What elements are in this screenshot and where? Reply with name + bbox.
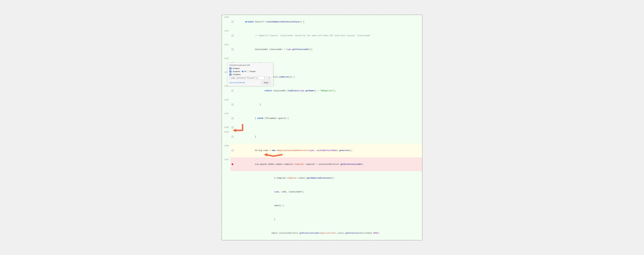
popup-suspend-row: Suspend: All Thread	[230, 70, 271, 73]
gutter-1250	[230, 15, 234, 29]
gutter-icon-1251	[231, 35, 234, 37]
gutter-1251	[230, 29, 234, 43]
code-line-1250: 1250 private Class<?> createAdaptiveExte…	[222, 15, 422, 29]
line-number-cont2	[222, 185, 230, 199]
gutter-1259	[230, 130, 234, 144]
gutter-icon-1258	[231, 126, 234, 129]
code-line-extra2: {	[222, 212, 422, 226]
line-content-1258	[234, 125, 422, 130]
gutter-extra1	[230, 199, 234, 212]
popup-footer: More (Ctrl+Shift+F8) Done	[230, 81, 271, 84]
dropdown-button[interactable]: ▼	[268, 77, 271, 80]
line-content-1261: org.apache.dubbo.common.compiler.Compile…	[234, 157, 422, 171]
enabled-checkbox[interactable]	[230, 68, 232, 70]
gutter-icon-1260	[231, 149, 234, 152]
radio-thread[interactable]: Thread	[247, 70, 255, 73]
enabled-label: Enabled	[232, 67, 240, 70]
suspend-label: Suspend:	[232, 70, 240, 73]
radio-all[interactable]: All	[242, 70, 246, 73]
line-content-extra1: nment) {	[234, 199, 422, 212]
gutter-icon-1252	[231, 48, 234, 51]
line-content-1252: ClassLoader classLoader = type.getClassL…	[234, 43, 422, 56]
code-line-cont1: n.compiler.Compiler.class).getAdaptiveEx…	[222, 171, 422, 185]
gutter-1257	[230, 111, 234, 125]
code-line-1257: 1257 } catch (Throwable ignore) {	[222, 111, 422, 125]
done-button[interactable]: Done	[261, 81, 271, 84]
line-number-1261: 1261	[222, 157, 230, 171]
code-line-extra3: nment) extensionDirector.getExtensionLoa…	[222, 226, 422, 240]
line-content-1259: }	[234, 130, 422, 144]
editor-container: 1250 private Class<?> createAdaptiveExte…	[222, 15, 422, 240]
radio-thread-input[interactable]	[247, 71, 249, 72]
breakpoint-popup: ExtensionLoader.java:1261 Enabled Suspen…	[227, 63, 273, 86]
code-line-1261: 1261 org.apache.dubbo.common.compiler.Co…	[222, 157, 422, 171]
gutter-1252	[230, 43, 234, 56]
gutter-icon-1259	[231, 136, 234, 138]
radio-thread-label: Thread	[250, 70, 255, 73]
gutter-extra2	[230, 212, 234, 226]
line-number-extra3	[222, 226, 230, 240]
code-line-1258: 1258	[222, 125, 422, 130]
gutter-extra3	[230, 226, 234, 240]
line-number-1250: 1250	[222, 15, 230, 29]
line-number-extra1	[222, 199, 230, 212]
line-number-1260: 1260	[222, 144, 230, 157]
gutter-1261[interactable]	[230, 157, 234, 171]
gutter-icon-1257	[231, 117, 234, 119]
gutter-icon-1256	[231, 103, 234, 106]
line-content-extra3: nment) extensionDirector.getExtensionLoa…	[234, 226, 422, 240]
expand-button[interactable]: ⤡	[265, 77, 268, 80]
suspend-checkbox[interactable]	[230, 71, 232, 73]
code-line-1260: 1260 String code = new AdaptiveClassCode…	[222, 144, 422, 157]
line-number-1252: 1252	[222, 43, 230, 56]
radio-all-label: All	[244, 70, 246, 73]
line-number-1258: 1258	[222, 125, 230, 130]
line-number-cont1	[222, 171, 230, 185]
gutter-1260	[230, 144, 234, 157]
line-content-1260: String code = new AdaptiveClassCodeGener…	[234, 144, 422, 157]
line-content-cont1: n.compiler.Compiler.class).getAdaptiveEx…	[234, 171, 422, 185]
line-number-1259: 1259	[222, 130, 230, 144]
line-content-1251: // Adaptive Classes' ClassLoader should …	[234, 29, 422, 43]
code-line-1251: 1251 // Adaptive Classes' ClassLoader sh…	[222, 29, 422, 43]
popup-input-row: ⤡ ▼	[230, 76, 271, 80]
radio-group: All Thread	[242, 70, 256, 73]
line-number-extra2	[222, 212, 230, 226]
gutter-1258	[230, 125, 234, 130]
code-editor: 1250 private Class<?> createAdaptiveExte…	[222, 15, 422, 240]
gutter-icon-1250	[231, 21, 234, 23]
code-line-1259: 1259 }	[222, 130, 422, 144]
code-line-1256: 1256 }	[222, 98, 422, 111]
radio-all-input[interactable]	[242, 71, 244, 72]
condition-label: Condition:	[232, 73, 241, 76]
code-line-extra1: nment) {	[222, 199, 422, 212]
gutter-cont2	[230, 185, 234, 199]
breakpoint-indicator[interactable]	[232, 163, 233, 165]
code-line-1252: 1252 ClassLoader classLoader = type.getC…	[222, 43, 422, 56]
popup-title: ExtensionLoader.java:1261	[230, 64, 271, 66]
popup-enabled-row: Enabled	[230, 67, 271, 70]
more-link[interactable]: More (Ctrl+Shift+F8)	[230, 82, 245, 84]
gutter-cont1	[230, 171, 234, 185]
line-number-1257: 1257	[222, 111, 230, 125]
gutter-icon-1255	[231, 90, 234, 92]
line-content-cont2: type, code, classLoader);	[234, 185, 422, 199]
line-content-1250: private Class<?> createAdaptiveExtension…	[234, 15, 422, 29]
line-content-1256: }	[234, 98, 422, 111]
line-number-1251: 1251	[222, 29, 230, 43]
condition-checkbox[interactable]	[230, 74, 232, 76]
line-content-extra2: {	[234, 212, 422, 226]
code-line-cont2: type, code, classLoader);	[222, 185, 422, 199]
condition-input[interactable]	[230, 76, 264, 80]
gutter-1256	[230, 98, 234, 111]
line-number-1256: 1256	[222, 98, 230, 111]
line-content-1257: } catch (Throwable ignore) {	[234, 111, 422, 125]
popup-condition-row: Condition:	[230, 73, 271, 76]
